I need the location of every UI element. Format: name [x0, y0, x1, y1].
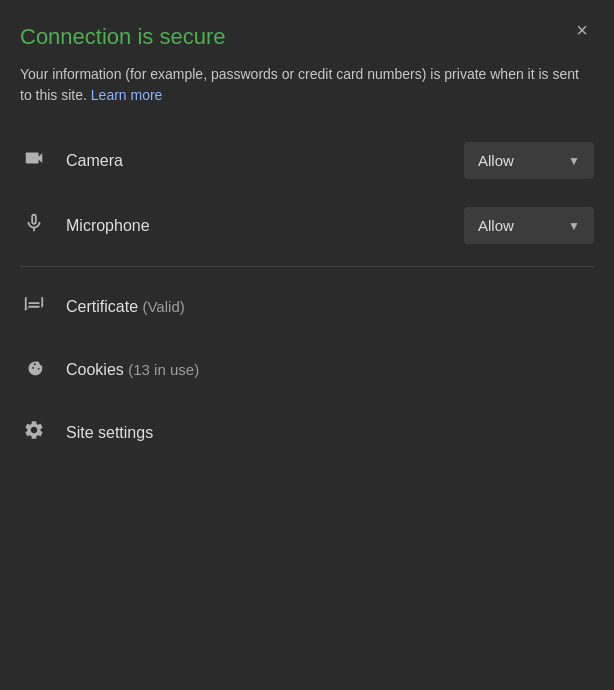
- site-settings-icon: [20, 419, 48, 446]
- microphone-icon: [20, 212, 48, 239]
- camera-left: Camera: [20, 147, 123, 174]
- permissions-section: Camera Allow ▼ Microphone Allow ▼: [20, 128, 594, 258]
- cookies-row[interactable]: Cookies (13 in use): [20, 338, 594, 401]
- certificate-row[interactable]: Certificate (Valid): [20, 275, 594, 338]
- camera-dropdown-arrow: ▼: [568, 154, 580, 168]
- certificate-icon: [20, 293, 48, 320]
- learn-more-link[interactable]: Learn more: [91, 87, 163, 103]
- site-settings-row[interactable]: Site settings: [20, 401, 594, 464]
- camera-label: Camera: [66, 152, 123, 170]
- security-panel: × Connection is secure Your information …: [0, 0, 614, 690]
- close-icon: ×: [576, 19, 588, 42]
- site-settings-label: Site settings: [66, 424, 153, 442]
- microphone-label: Microphone: [66, 217, 150, 235]
- cookies-icon: [20, 356, 48, 383]
- camera-allow-dropdown[interactable]: Allow ▼: [464, 142, 594, 179]
- info-section: Certificate (Valid) Cookies (13 in use) …: [20, 275, 594, 464]
- microphone-allow-dropdown[interactable]: Allow ▼: [464, 207, 594, 244]
- panel-title: Connection is secure: [20, 24, 594, 50]
- microphone-dropdown-arrow: ▼: [568, 219, 580, 233]
- microphone-permission-row: Microphone Allow ▼: [20, 193, 594, 258]
- section-divider: [20, 266, 594, 267]
- close-button[interactable]: ×: [568, 16, 596, 44]
- camera-icon: [20, 147, 48, 174]
- microphone-allow-label: Allow: [478, 217, 514, 234]
- microphone-left: Microphone: [20, 212, 150, 239]
- cookies-label: Cookies (13 in use): [66, 361, 199, 379]
- description-text: Your information (for example, passwords…: [20, 64, 594, 106]
- camera-allow-label: Allow: [478, 152, 514, 169]
- camera-permission-row: Camera Allow ▼: [20, 128, 594, 193]
- certificate-label: Certificate (Valid): [66, 298, 185, 316]
